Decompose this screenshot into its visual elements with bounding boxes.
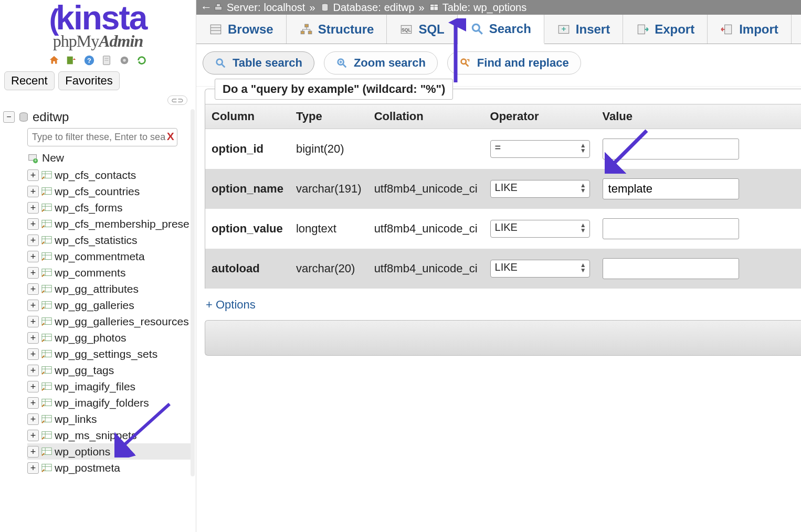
expand-icon[interactable]: + [27,186,39,197]
expand-icon[interactable]: + [27,462,39,474]
tab-import[interactable]: Import [708,15,792,44]
tab-export[interactable]: Export [623,15,708,44]
home-icon[interactable] [48,55,60,66]
reload-icon[interactable] [136,55,147,66]
expand-icon[interactable]: + [27,332,39,344]
tab-sql[interactable]: SQLSQL [387,15,457,44]
tree-table-item[interactable]: +wp_imagify_files [27,378,194,395]
tree-table-item[interactable]: +wp_cfs_contacts [27,167,194,183]
db-node[interactable]: − editwp [3,109,194,125]
operator-select[interactable]: LIKE▲▼ [490,180,590,198]
sidebar-scrollbar[interactable] [191,109,195,476]
navigation-tree: − editwp X + New +wp_cfs_contacts+wp_cfs… [0,109,196,476]
table-icon [429,2,439,13]
options-toggle[interactable]: + Options [201,289,801,318]
collapse-icon[interactable]: − [3,111,15,123]
tree-table-item[interactable]: +wp_postmeta [27,460,194,476]
expand-icon[interactable]: + [27,397,39,409]
col-collation: utf8mb4_unicode_ci [368,249,484,289]
expand-icon[interactable]: + [27,365,39,376]
svg-rect-76 [210,25,221,34]
operator-select[interactable]: LIKE▲▼ [490,260,590,278]
svg-rect-70 [215,6,222,10]
new-icon: + [27,152,39,164]
tree-table-item[interactable]: +wp_options [27,443,194,460]
bc-server-value[interactable]: localhost [264,2,305,14]
tree-table-item[interactable]: +wp_ms_snippets [27,427,194,443]
table-icon [41,268,52,278]
tree-table-item[interactable]: +wp_gg_galleries_resources [27,313,194,329]
gear-icon[interactable] [119,55,130,66]
svg-rect-89 [725,25,732,34]
tree-table-item[interactable]: +wp_gg_settings_sets [27,346,194,362]
tree-table-item[interactable]: +wp_comments [27,264,194,281]
svg-point-7 [123,59,126,62]
tab-insert[interactable]: +Insert [544,15,623,44]
tree-table-item[interactable]: +wp_gg_galleries [27,297,194,313]
tab-browse[interactable]: Browse [196,15,287,44]
table-label: wp_gg_galleries [55,297,134,313]
svg-point-90 [217,59,223,65]
collapse-link-icon[interactable]: ⊂⊃ [0,92,196,109]
value-input[interactable] [603,178,739,199]
expand-icon[interactable]: + [27,430,39,441]
tree-table-item[interactable]: +wp_gg_photos [27,329,194,346]
tree-table-item[interactable]: +wp_imagify_folders [27,395,194,411]
svg-rect-88 [638,25,645,34]
expand-icon[interactable]: + [27,316,39,327]
find-replace-button[interactable]: Find and replace [447,51,581,75]
tree-table-item[interactable]: +wp_links [27,411,194,427]
expand-icon[interactable]: + [27,300,39,311]
clear-filter-icon[interactable]: X [167,130,174,142]
zoom-search-button[interactable]: Zoom search [324,51,438,75]
tree-table-item[interactable]: +wp_commentmeta [27,248,194,264]
table-search-button[interactable]: Table search [203,51,314,75]
expand-icon[interactable]: + [27,218,39,230]
table-icon [41,463,52,473]
expand-icon[interactable]: + [27,283,39,295]
table-search-label: Table search [233,56,302,70]
value-input[interactable] [603,218,739,239]
help-icon[interactable]: ? [83,55,95,66]
tree-table-item[interactable]: +wp_cfs_forms [27,199,194,216]
zoom-search-icon [336,57,347,69]
tree-table-item[interactable]: +wp_cfs_membership_prese [27,216,194,232]
operator-select[interactable]: =▲▼ [490,140,590,158]
search-row: option_namevarchar(191)utf8mb4_unicode_c… [205,169,801,209]
breadcrumb: ← Server: localhost » Database: editwp »… [196,0,801,15]
tab-search[interactable]: Search [458,15,544,44]
docs-icon[interactable] [101,55,112,66]
tree-table-item[interactable]: +wp_gg_tags [27,362,194,378]
expand-icon[interactable]: + [27,251,39,262]
expand-icon[interactable]: + [27,413,39,425]
tree-filter-input[interactable] [27,128,177,146]
operator-select[interactable]: LIKE▲▼ [490,220,590,238]
table-icon [41,349,52,359]
db-name-label[interactable]: editwp [33,109,69,125]
col-type: varchar(191) [290,169,368,209]
svg-text:+: + [34,158,37,163]
expand-icon[interactable]: + [27,202,39,214]
expand-icon[interactable]: + [27,169,39,181]
expand-icon[interactable]: + [27,381,39,392]
value-input[interactable] [603,139,739,159]
tree-table-item[interactable]: +wp_cfs_countries [27,183,194,199]
svg-rect-79 [305,24,309,27]
tab-structure[interactable]: Structure [287,15,387,44]
tree-table-item[interactable]: +wp_cfs_statistics [27,232,194,248]
recent-button[interactable]: Recent [4,71,55,90]
value-input[interactable] [603,258,739,279]
expand-icon[interactable]: + [27,235,39,246]
bc-table-value[interactable]: wp_options [473,2,526,14]
table-label: wp_options [55,443,110,460]
new-table-link[interactable]: + New [27,150,194,166]
tree-table-item[interactable]: +wp_gg_attributes [27,281,194,297]
back-icon[interactable]: ← [201,1,210,14]
bc-db-value[interactable]: editwp [384,2,415,14]
expand-icon[interactable]: + [27,446,39,457]
expand-icon[interactable]: + [27,267,39,279]
table-icon [41,284,52,294]
expand-icon[interactable]: + [27,348,39,360]
exit-icon[interactable] [66,55,77,66]
favorites-button[interactable]: Favorites [58,71,119,90]
